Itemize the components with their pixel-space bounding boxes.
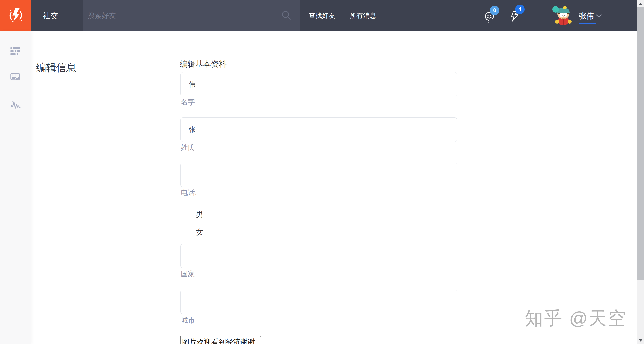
- first-name-field[interactable]: [180, 72, 457, 96]
- app-root: 社交 查找好友 所有消息 0: [0, 0, 644, 344]
- city-label: 城市: [181, 317, 195, 324]
- chevron-down-icon[interactable]: [596, 14, 602, 19]
- sidebar-item-feed[interactable]: [0, 44, 31, 60]
- search-input[interactable]: [83, 0, 300, 31]
- activity-notifications-button[interactable]: 4: [510, 11, 520, 22]
- country-label: 国家: [181, 270, 195, 278]
- friend-requests-button[interactable]: 0: [484, 11, 495, 24]
- brand-logo[interactable]: [0, 0, 31, 31]
- top-navbar: 社交 查找好友 所有消息 0: [0, 0, 637, 31]
- friend-search: [83, 0, 300, 31]
- last-name-field[interactable]: [180, 117, 457, 142]
- phone-label: 电话.: [181, 189, 197, 197]
- magnifier-icon[interactable]: [281, 10, 292, 23]
- sidebar-item-activity[interactable]: [0, 97, 31, 113]
- activity-pulse-icon: [10, 99, 21, 111]
- section-title: 编辑基本资料: [180, 59, 227, 69]
- left-sidebar: [0, 31, 31, 344]
- page-title: 编辑信息: [36, 61, 76, 74]
- phone-field[interactable]: [180, 163, 457, 187]
- last-name-label: 姓氏: [181, 144, 195, 152]
- notification-badge: 0: [490, 6, 499, 15]
- country-field[interactable]: [180, 244, 457, 268]
- feed-lines-icon: [10, 47, 21, 57]
- about-textarea[interactable]: 图片欢迎看到经济谢谢: [180, 336, 261, 344]
- scrollbar-thumb[interactable]: [637, 7, 644, 280]
- city-field[interactable]: [180, 290, 457, 314]
- message-board-icon: [10, 73, 21, 84]
- app-title: 社交: [43, 0, 58, 31]
- sidebar-item-messages[interactable]: [0, 70, 31, 86]
- user-avatar[interactable]: [553, 6, 574, 26]
- scroll-up-button[interactable]: [637, 0, 644, 7]
- triangle-up-icon: [639, 3, 642, 5]
- lightning-bolt-icon: [510, 19, 520, 23]
- notification-badge: 4: [515, 5, 525, 14]
- gender-option-female[interactable]: 女: [196, 228, 203, 236]
- watermark: 知乎 @天空: [525, 306, 627, 330]
- nav-link-all-messages[interactable]: 所有消息: [350, 0, 376, 31]
- user-name[interactable]: 张伟: [579, 11, 596, 24]
- online-status-dot: [552, 6, 559, 13]
- triangle-down-icon: [639, 339, 642, 342]
- gender-option-male[interactable]: 男: [196, 210, 203, 219]
- first-name-label: 名字: [181, 98, 195, 106]
- vertical-scrollbar: [637, 0, 644, 344]
- nav-link-find-friends[interactable]: 查找好友: [309, 0, 335, 31]
- scroll-down-button[interactable]: [637, 337, 644, 344]
- smiley-face-icon: [484, 20, 495, 24]
- lightning-burst-icon: [5, 4, 27, 27]
